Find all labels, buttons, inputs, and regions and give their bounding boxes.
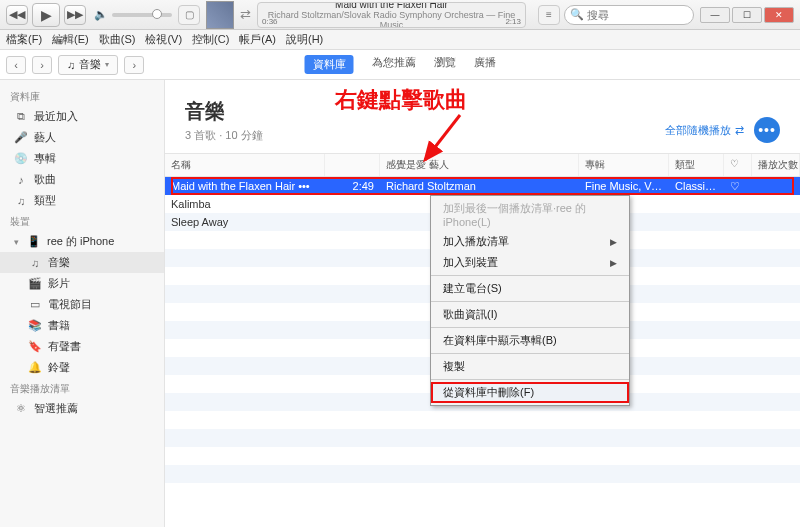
volume-knob[interactable]	[152, 9, 162, 19]
sidebar-item-device-movies[interactable]: 🎬影片	[0, 273, 164, 294]
table-row	[165, 429, 800, 447]
menu-file[interactable]: 檔案(F)	[6, 32, 42, 47]
volume-track[interactable]	[112, 13, 172, 17]
disclosure-icon[interactable]: ▾	[14, 237, 19, 247]
library-selector[interactable]: ♫ 音樂 ▾	[58, 55, 118, 75]
separator	[431, 327, 629, 328]
sidebar-item-songs[interactable]: ♪歌曲	[0, 169, 164, 190]
tab-radio[interactable]: 廣播	[474, 55, 496, 74]
ctx-copy[interactable]: 複製	[431, 356, 629, 377]
nav-tab-bar: ‹ › ♫ 音樂 ▾ › 資料庫 為您推薦 瀏覽 廣播	[0, 50, 800, 80]
sidebar-section-playlists: 音樂播放清單	[0, 378, 164, 398]
view-options-button[interactable]: ›	[124, 56, 144, 74]
film-icon: 🎬	[28, 277, 42, 290]
separator	[431, 379, 629, 380]
context-menu: 加到最後一個播放清單·ree 的 iPhone(L) 加入播放清單▶ 加入到裝置…	[430, 195, 630, 406]
ctx-add-last: 加到最後一個播放清單·ree 的 iPhone(L)	[431, 198, 629, 231]
more-options-button[interactable]: •••	[754, 117, 780, 143]
col-love[interactable]: ♡	[724, 154, 752, 176]
tab-for-you[interactable]: 為您推薦	[372, 55, 416, 74]
smart-icon: ⚛	[14, 402, 28, 415]
separator	[431, 301, 629, 302]
ctx-song-info[interactable]: 歌曲資訊(I)	[431, 304, 629, 325]
minimize-button[interactable]: —	[700, 7, 730, 23]
menu-view[interactable]: 檢視(V)	[145, 32, 182, 47]
ctx-create-station[interactable]: 建立電台(S)	[431, 278, 629, 299]
view-tabs: 資料庫 為您推薦 瀏覽 廣播	[305, 55, 496, 74]
submenu-arrow-icon: ▶	[610, 258, 617, 268]
col-plays[interactable]: 播放次數	[752, 154, 800, 176]
sidebar-item-device-audiobooks[interactable]: 🔖有聲書	[0, 336, 164, 357]
menu-control[interactable]: 控制(C)	[192, 32, 229, 47]
close-button[interactable]: ✕	[764, 7, 794, 23]
sidebar-item-smart-playlist[interactable]: ⚛智選推薦	[0, 398, 164, 419]
airplay-icon[interactable]: ▢	[178, 5, 200, 25]
mic-icon: 🎤	[14, 131, 28, 144]
chevron-down-icon: ▾	[105, 60, 109, 69]
tab-library[interactable]: 資料庫	[305, 55, 354, 74]
shuffle-all-link[interactable]: 全部隨機播放⇄	[665, 123, 744, 138]
ctx-add-device[interactable]: 加入到裝置▶	[431, 252, 629, 273]
shuffle-icon: ⇄	[735, 124, 744, 137]
menu-edit[interactable]: 編輯(E)	[52, 32, 89, 47]
menu-account[interactable]: 帳戶(A)	[239, 32, 276, 47]
sidebar-item-device-tones[interactable]: 🔔鈴聲	[0, 357, 164, 378]
sidebar-item-device-music[interactable]: ♫音樂	[0, 252, 164, 273]
remaining-time: 2:13	[505, 17, 521, 26]
sidebar-item-artists[interactable]: 🎤藝人	[0, 127, 164, 148]
shuffle-icon[interactable]: ⇄	[240, 7, 251, 22]
table-row	[165, 447, 800, 465]
forward-button[interactable]: ›	[32, 56, 52, 74]
music-note-icon: ♫	[67, 59, 75, 71]
separator	[431, 275, 629, 276]
submenu-arrow-icon: ▶	[610, 237, 617, 247]
sidebar-item-genres[interactable]: ♫類型	[0, 190, 164, 211]
prev-button[interactable]: ◀◀	[6, 5, 28, 25]
phone-icon: 📱	[27, 235, 41, 248]
col-name[interactable]: 名稱	[165, 154, 325, 176]
ctx-delete-from-library[interactable]: 從資料庫中刪除(F)	[431, 382, 629, 403]
library-selector-label: 音樂	[79, 57, 101, 72]
col-genre[interactable]: 類型	[669, 154, 724, 176]
table-header: 名稱 感覺是愛 藝人 專輯 類型 ♡ 播放次數	[165, 153, 800, 177]
col-time[interactable]	[325, 154, 380, 176]
menu-help[interactable]: 說明(H)	[286, 32, 323, 47]
window-buttons: — ☐ ✕	[700, 7, 794, 23]
volume-control[interactable]: 🔈	[94, 8, 172, 21]
disc-icon: 💿	[14, 152, 28, 165]
now-playing-display: Maid with the Flaxen Hair Richard Stoltz…	[257, 2, 526, 28]
menu-bar: 檔案(F) 編輯(E) 歌曲(S) 檢視(V) 控制(C) 帳戶(A) 說明(H…	[0, 30, 800, 50]
page-title: 音樂	[185, 98, 263, 125]
sidebar-item-device-tv[interactable]: ▭電視節目	[0, 294, 164, 315]
search-icon: 🔍	[570, 8, 584, 21]
main-panel: 音樂 3 首歌 · 10 分鐘 全部隨機播放⇄ ••• 名稱 感覺是愛 藝人 專…	[165, 80, 800, 527]
love-icon[interactable]: ♡	[724, 180, 752, 193]
play-controls: ◀◀ ▶ ▶▶	[6, 3, 86, 27]
tv-icon: ▭	[28, 298, 42, 311]
sidebar-item-albums[interactable]: 💿專輯	[0, 148, 164, 169]
table-row	[165, 465, 800, 483]
play-button[interactable]: ▶	[32, 3, 60, 27]
sidebar-item-device[interactable]: ▾📱ree 的 iPhone	[0, 231, 164, 252]
music-icon: ♫	[28, 257, 42, 269]
ctx-show-album[interactable]: 在資料庫中顯示專輯(B)	[431, 330, 629, 351]
annotation-arrow	[420, 115, 480, 177]
back-button[interactable]: ‹	[6, 56, 26, 74]
list-view-button[interactable]: ≡	[538, 5, 560, 25]
sidebar: 資料庫 ⧉最近加入 🎤藝人 💿專輯 ♪歌曲 ♫類型 裝置 ▾📱ree 的 iPh…	[0, 80, 165, 527]
search-area: ≡ 🔍	[532, 5, 694, 25]
ctx-add-playlist[interactable]: 加入播放清單▶	[431, 231, 629, 252]
sidebar-item-recent[interactable]: ⧉最近加入	[0, 106, 164, 127]
genre-icon: ♫	[14, 195, 28, 207]
menu-song[interactable]: 歌曲(S)	[99, 32, 136, 47]
page-subtitle: 3 首歌 · 10 分鐘	[185, 128, 263, 143]
bookmark-icon: 🔖	[28, 340, 42, 353]
sidebar-item-device-books[interactable]: 📚書籍	[0, 315, 164, 336]
col-album[interactable]: 專輯	[579, 154, 669, 176]
book-icon: 📚	[28, 319, 42, 332]
now-playing-subtitle: Richard Stoltzman/Slovak Radio Symphony …	[264, 10, 519, 28]
tab-browse[interactable]: 瀏覽	[434, 55, 456, 74]
next-button[interactable]: ▶▶	[64, 5, 86, 25]
maximize-button[interactable]: ☐	[732, 7, 762, 23]
table-row[interactable]: Maid with the Flaxen Hair ••• 2:49 Richa…	[165, 177, 800, 195]
